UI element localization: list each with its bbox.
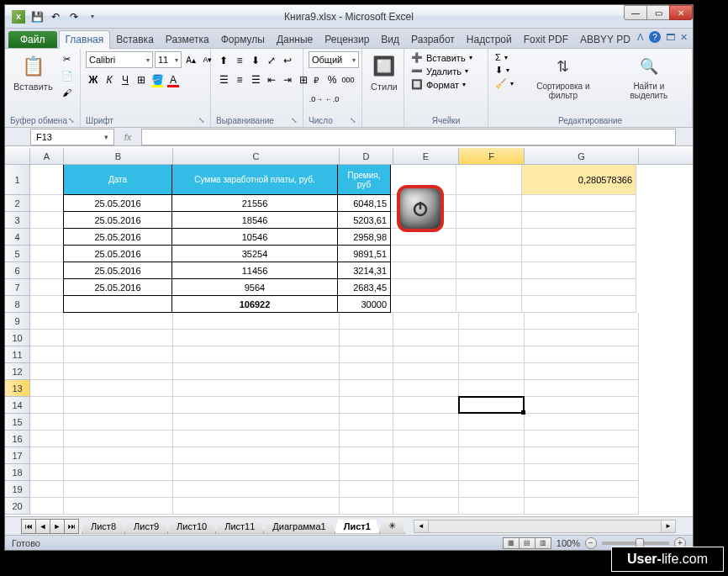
tab-nav-prev[interactable]: ◄: [35, 519, 50, 534]
cell[interactable]: [525, 498, 639, 515]
cell[interactable]: [525, 464, 639, 481]
cell[interactable]: [393, 464, 459, 481]
row-header[interactable]: 11: [5, 346, 30, 363]
cell[interactable]: [459, 447, 525, 464]
cell[interactable]: [30, 498, 64, 515]
cell[interactable]: 2683,45: [337, 278, 391, 296]
sheet-tab[interactable]: Лист8: [82, 520, 125, 534]
cell[interactable]: [64, 313, 173, 330]
row-header[interactable]: 18: [5, 464, 30, 481]
cell[interactable]: [525, 397, 639, 414]
col-header-g[interactable]: G: [525, 148, 639, 164]
cell[interactable]: [173, 380, 340, 397]
cell[interactable]: [456, 229, 522, 246]
delete-cells-button[interactable]: ➖Удалить▾: [409, 65, 474, 77]
sheet-tab[interactable]: Лист9: [124, 520, 168, 534]
cell[interactable]: [393, 380, 459, 397]
cell[interactable]: [64, 414, 173, 431]
row-header[interactable]: 12: [5, 363, 30, 380]
tab-abbyy[interactable]: ABBYY PD: [574, 31, 636, 48]
cell[interactable]: [30, 447, 64, 464]
row-header[interactable]: 7: [5, 279, 30, 296]
sheet-tab[interactable]: Диаграмма1: [263, 520, 335, 534]
cell[interactable]: [459, 414, 525, 431]
tab-home[interactable]: Главная: [59, 30, 111, 49]
align-top-icon[interactable]: ⬆: [216, 53, 231, 68]
cell[interactable]: [64, 481, 173, 498]
cell[interactable]: 18546: [171, 211, 338, 229]
row-header[interactable]: 19: [5, 481, 30, 498]
cell[interactable]: [30, 229, 64, 246]
cell[interactable]: [459, 330, 525, 346]
alignment-expand-icon[interactable]: ⤡: [291, 116, 298, 124]
currency-icon[interactable]: ₽: [309, 72, 324, 87]
save-icon[interactable]: 💾: [29, 8, 45, 25]
minimize-button[interactable]: —: [624, 5, 647, 20]
cell[interactable]: 10546: [171, 228, 338, 246]
tab-nav-last[interactable]: ⏭: [64, 519, 79, 534]
cell[interactable]: [340, 481, 393, 498]
paste-button[interactable]: 📋 Вставить: [10, 51, 56, 93]
bold-button[interactable]: Ж: [86, 72, 101, 87]
font-name-combo[interactable]: Calibri: [86, 51, 153, 68]
cell[interactable]: [340, 313, 393, 330]
align-left-icon[interactable]: ☰: [216, 72, 231, 87]
cell[interactable]: [64, 346, 173, 363]
border-button[interactable]: ⊞: [134, 72, 149, 87]
zoom-out-button[interactable]: −: [585, 537, 597, 549]
cell[interactable]: [173, 330, 340, 346]
cell[interactable]: [64, 447, 173, 464]
cell[interactable]: 35254: [171, 245, 338, 262]
row-header[interactable]: 16: [5, 431, 30, 447]
cell[interactable]: [459, 498, 525, 515]
cell[interactable]: [456, 212, 522, 229]
cell[interactable]: [340, 397, 393, 414]
row-header[interactable]: 1: [5, 165, 30, 195]
cell[interactable]: 6048,15: [337, 194, 391, 212]
number-expand-icon[interactable]: ⤡: [350, 116, 356, 124]
cell[interactable]: [459, 397, 525, 414]
row-header[interactable]: 15: [5, 414, 30, 431]
cell[interactable]: [393, 330, 459, 346]
cell[interactable]: [522, 212, 636, 229]
cell[interactable]: [173, 363, 340, 380]
cell[interactable]: [391, 279, 456, 296]
font-size-combo[interactable]: 11: [155, 51, 182, 68]
tab-review[interactable]: Рецензир: [319, 31, 375, 48]
excel-app-icon[interactable]: X: [10, 8, 27, 25]
tab-view[interactable]: Вид: [375, 31, 405, 48]
cell[interactable]: [30, 313, 64, 330]
cell[interactable]: [30, 464, 64, 481]
cell[interactable]: [456, 246, 522, 262]
styles-button[interactable]: 🔲 Стили: [367, 51, 401, 93]
format-painter-icon[interactable]: 🖌: [60, 85, 75, 100]
cell[interactable]: [340, 498, 393, 515]
cell[interactable]: [30, 165, 64, 195]
cell[interactable]: [393, 431, 459, 447]
cell[interactable]: [525, 330, 639, 346]
cell[interactable]: [525, 431, 639, 447]
maximize-button[interactable]: ▭: [646, 5, 670, 20]
number-format-combo[interactable]: Общий: [309, 51, 359, 68]
copy-icon[interactable]: 📄: [60, 68, 75, 83]
cell[interactable]: [525, 447, 639, 464]
col-header-c[interactable]: C: [173, 148, 340, 164]
cell[interactable]: [340, 464, 393, 481]
cell[interactable]: [459, 363, 525, 380]
cell[interactable]: [340, 380, 393, 397]
autosum-button[interactable]: Σ▾: [493, 51, 515, 63]
cell[interactable]: Премия, руб: [337, 165, 391, 195]
cell[interactable]: [64, 397, 173, 414]
cell[interactable]: [340, 414, 393, 431]
cell[interactable]: [459, 380, 525, 397]
cell[interactable]: [459, 481, 525, 498]
cell[interactable]: 2958,98: [337, 228, 391, 246]
fx-button[interactable]: fx: [119, 129, 136, 145]
cell[interactable]: [525, 380, 639, 397]
align-center-icon[interactable]: ≡: [232, 72, 247, 87]
tab-formulas[interactable]: Формулы: [215, 31, 271, 48]
cell[interactable]: 3214,31: [337, 262, 391, 279]
cell[interactable]: 30000: [337, 295, 391, 313]
sheet-tab[interactable]: Лист1: [335, 520, 380, 534]
power-button-icon[interactable]: [397, 185, 444, 232]
